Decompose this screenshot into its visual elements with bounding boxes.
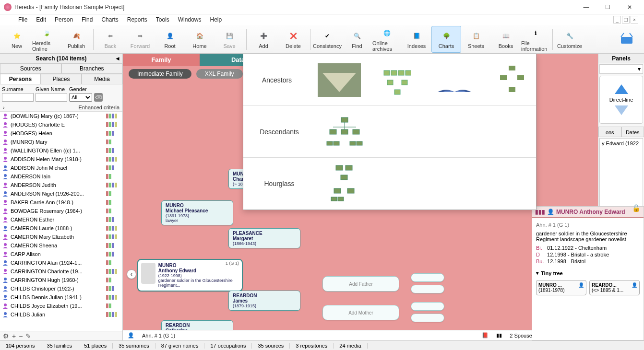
toolbar-charts[interactable]: 🌳Charts xyxy=(431,26,461,53)
empty-slot[interactable] xyxy=(411,273,444,282)
person-row[interactable]: CAMERON Mary Elizabeth xyxy=(0,233,122,241)
subtab-immediate[interactable]: Immediate Family xyxy=(129,69,191,79)
menu-file[interactable]: File xyxy=(14,15,31,24)
toolbar-save[interactable]: 💾Save xyxy=(215,26,244,53)
toolbar-consistency[interactable]: ✔Consistency xyxy=(312,26,342,53)
empty-slot[interactable] xyxy=(411,285,444,293)
person-row[interactable]: ANDERSON Judith xyxy=(0,181,122,189)
tab-persons[interactable]: Persons xyxy=(0,74,41,84)
clear-filter-button[interactable]: ⌫ xyxy=(94,93,103,102)
close-button[interactable]: ✕ xyxy=(619,0,640,14)
tab-places[interactable]: Places xyxy=(41,74,82,84)
toolbar-heredis-online[interactable]: 🍃Heredis Online xyxy=(32,26,61,53)
chart-ancestor-photo[interactable] xyxy=(315,61,363,99)
person-row[interactable]: CHILDS Dennis Julian (1941-) xyxy=(0,293,122,302)
given-input[interactable] xyxy=(36,93,67,102)
chart-ancestor-fan[interactable] xyxy=(430,61,478,99)
toolbar-back[interactable]: ⬅Back xyxy=(95,26,125,53)
menu-person[interactable]: Person xyxy=(51,15,77,24)
person-row[interactable]: ADDISON John Michael xyxy=(0,163,122,172)
toolbar-home[interactable]: 🏠Home xyxy=(185,26,215,53)
mdi-minimize[interactable]: _ xyxy=(613,16,621,23)
menu-help[interactable]: Help xyxy=(206,15,226,24)
empty-slot[interactable] xyxy=(411,314,444,322)
cart-icon[interactable] xyxy=(617,32,636,47)
enhanced-criteria[interactable]: › Enhanced criteria xyxy=(0,104,122,111)
toolbar-customize[interactable]: 🔧Customize xyxy=(555,26,584,53)
tiny-card-father[interactable]: MUNRO ...👤 (1891-1978) xyxy=(536,280,586,295)
card-father[interactable]: MUNRO Michael Pleasance (1891-1978) lawy… xyxy=(161,200,233,225)
person-row[interactable]: CARRINGTON Hugh (1960-) xyxy=(0,276,122,284)
toolbar-sheets[interactable]: 📋Sheets xyxy=(461,26,491,53)
tab-media[interactable]: Media xyxy=(82,74,122,84)
person-row[interactable]: CAMERON Sheena xyxy=(0,241,122,250)
person-row[interactable]: (MUNRO) Mary xyxy=(0,138,122,146)
person-row[interactable]: CARP Alison xyxy=(0,250,122,258)
person-row[interactable]: CHILDS Julian xyxy=(0,310,122,319)
person-row[interactable]: ANDERSON Iain xyxy=(0,172,122,181)
toolbar-delete[interactable]: ❌Delete xyxy=(278,26,308,53)
mdi-close[interactable]: × xyxy=(631,16,638,23)
toolbar-forward[interactable]: ➡Forward xyxy=(125,26,155,53)
person-row[interactable]: CAMERON Laurie (1888-) xyxy=(0,224,122,233)
plus-icon[interactable]: + xyxy=(12,332,16,340)
subtab-xxl[interactable]: XXL Family xyxy=(196,69,243,79)
person-row[interactable]: CARRINGTON Alan (1924-1... xyxy=(0,258,122,267)
card-grandmother-p[interactable]: PLEASANCE Margaret (1866-1943) xyxy=(228,228,300,248)
chart-ancestor-tree[interactable] xyxy=(488,61,536,99)
person-row[interactable]: CHILDS Christoper (1922-) xyxy=(0,284,122,293)
tiny-card-mother[interactable]: REARDO...👤 (<> 1895 & 1... xyxy=(589,280,640,295)
arrow-down-icon[interactable] xyxy=(615,105,628,115)
maximize-button[interactable]: ☐ xyxy=(597,0,619,14)
person-row[interactable]: (DOWLING) Mary ((c) 1867-) xyxy=(0,112,122,120)
collapse-root-button[interactable]: ‹ xyxy=(127,269,136,279)
person-row[interactable]: BAKER Carrie Ann (1948-) xyxy=(0,198,122,207)
lock-icon[interactable]: 🔓 xyxy=(632,204,640,212)
toolbar-root[interactable]: 👤Root xyxy=(155,26,185,53)
arrow-up-icon[interactable] xyxy=(615,84,628,94)
toolbar-add[interactable]: ➕Add xyxy=(249,26,278,53)
toolbar-find[interactable]: 🔍Find xyxy=(342,26,372,53)
menu-edit[interactable]: Edit xyxy=(32,15,50,24)
person-list[interactable]: (DOWLING) Mary ((c) 1867-)(HODGES) Charl… xyxy=(0,111,122,331)
toolbar-new[interactable]: ⭐New xyxy=(2,26,32,53)
person-row[interactable]: (HODGES) Helen xyxy=(0,129,122,138)
minimize-button[interactable]: — xyxy=(575,0,597,14)
edit-icon[interactable]: ✎ xyxy=(25,332,31,340)
tab-branches[interactable]: Branches xyxy=(61,63,123,73)
person-row[interactable]: ADDISON Helen Mary (1918-) xyxy=(0,155,122,163)
minus-icon[interactable]: − xyxy=(19,332,23,340)
tiny-tree-header[interactable]: ▾ Tiny tree xyxy=(532,268,644,278)
toolbar-books[interactable]: 📖Books xyxy=(491,26,521,53)
gender-select[interactable]: All xyxy=(69,93,92,102)
toolbar-publish[interactable]: 🍂Publish xyxy=(61,26,91,53)
menu-reports[interactable]: Reports xyxy=(123,15,151,24)
person-row[interactable]: CHILDS Joyce Elizabeth (19... xyxy=(0,302,122,310)
person-row[interactable]: CAMERON Esther xyxy=(0,215,122,224)
rtab-ons[interactable]: ons xyxy=(598,127,621,137)
chart-hourglass[interactable] xyxy=(320,164,368,203)
person-row[interactable]: (WALLINGTON) Ellen ((c) 1... xyxy=(0,146,122,155)
surname-input[interactable] xyxy=(2,93,34,102)
toolbar-file-information[interactable]: ℹFile information xyxy=(521,26,550,53)
menu-charts[interactable]: Charts xyxy=(97,15,122,24)
panels-dropdown[interactable]: ▾ xyxy=(599,64,643,74)
rtab-dates[interactable]: Dates xyxy=(621,127,644,137)
tab-sources[interactable]: Sources xyxy=(0,63,61,73)
chart-descendants[interactable] xyxy=(320,113,368,151)
menu-find[interactable]: Find xyxy=(78,15,96,24)
empty-slot[interactable] xyxy=(411,302,444,311)
gear-icon[interactable]: ⚙ xyxy=(3,332,9,340)
toolbar-indexes[interactable]: 📘Indexes xyxy=(402,26,431,53)
menu-windows[interactable]: Windows xyxy=(174,15,205,24)
card-root[interactable]: 1 (G 1) MUNRO Anthony Edward (1922-1998)… xyxy=(137,259,243,292)
toolbar-online-archives[interactable]: 🌐Online archives xyxy=(372,26,402,53)
card-grandfather-m[interactable]: REARDON James (1879-1915) xyxy=(228,291,300,311)
menu-tools[interactable]: Tools xyxy=(152,15,173,24)
mdi-restore[interactable]: ❐ xyxy=(622,16,630,23)
add-father-1[interactable]: Add Father xyxy=(322,276,399,292)
person-row[interactable]: ANDERSON Nigel (1926-200... xyxy=(0,189,122,198)
person-row[interactable]: CARRINGTON Charlotte (19... xyxy=(0,267,122,276)
chart-ancestor-boxes[interactable] xyxy=(373,61,421,99)
tab-family[interactable]: Family xyxy=(123,54,200,66)
